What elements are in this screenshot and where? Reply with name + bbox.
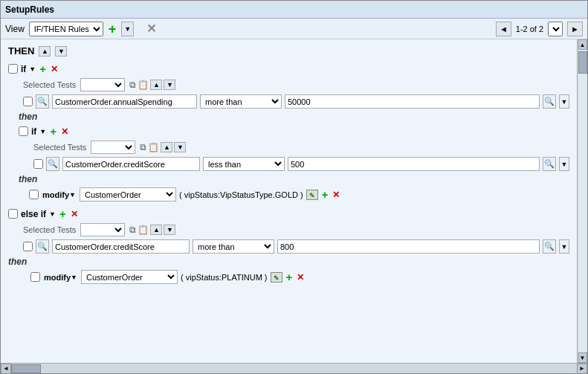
app-title: SetupRules bbox=[5, 4, 54, 15]
nested-edit-icon[interactable]: ✎ bbox=[306, 190, 318, 200]
else-if-modify-object-select[interactable]: CustomerOrder bbox=[81, 270, 178, 284]
if-add-icon-1: + bbox=[39, 63, 46, 74]
value-input-1[interactable] bbox=[285, 94, 540, 109]
if-dropdown-arrow-1: ▼ bbox=[29, 65, 36, 73]
nested-selected-tests-row: Selected Tests ⧉ 📋 ▲ ▼ bbox=[33, 141, 569, 154]
delete-icon: ✕ bbox=[146, 22, 156, 36]
nested-if-delete-icon: ✕ bbox=[61, 127, 68, 136]
else-if-operator-select[interactable]: more thanless thanequal to bbox=[193, 239, 274, 254]
else-if-delete-btn[interactable]: ✕ bbox=[70, 209, 79, 219]
toolbar: View IF/THEN Rules + ▼ ✕ ◄ 1-2 of 2 ▼ ► bbox=[1, 19, 587, 39]
nested-selected-tests-select[interactable] bbox=[91, 141, 135, 154]
delete-button[interactable]: ✕ bbox=[146, 21, 157, 36]
nested-if-add-icon: + bbox=[50, 126, 56, 137]
else-if-cond-checkbox[interactable] bbox=[23, 242, 33, 251]
paste-icon-1[interactable]: 📋 bbox=[138, 80, 149, 89]
nested-if-dropdown-arrow: ▼ bbox=[39, 128, 46, 135]
else-if-modify-row: modify ▼ CustomerOrder ( vipStatus:PLATI… bbox=[30, 270, 569, 284]
nested-modify-delete-btn[interactable]: ✕ bbox=[332, 190, 340, 200]
else-if-value-dropdown-btn[interactable]: ▼ bbox=[559, 239, 569, 254]
up-btn-1[interactable]: ▲ bbox=[150, 80, 162, 90]
scroll-down-arrow[interactable]: ▼ bbox=[578, 352, 587, 363]
operator-select-1[interactable]: more thanless thanequal to bbox=[200, 94, 282, 109]
nested-field-input[interactable] bbox=[62, 157, 200, 171]
view-select[interactable]: IF/THEN Rules bbox=[29, 22, 103, 36]
else-if-modify-label-btn[interactable]: modify ▼ bbox=[43, 272, 78, 283]
else-if-field-input[interactable] bbox=[52, 239, 190, 254]
selected-tests-label-1: Selected Tests bbox=[23, 80, 76, 89]
nested-field-search-btn[interactable]: 🔍 bbox=[46, 157, 59, 171]
scroll-left-arrow[interactable]: ◄ bbox=[1, 364, 11, 374]
else-if-down-btn[interactable]: ▼ bbox=[164, 225, 175, 235]
field-input-1[interactable] bbox=[52, 94, 197, 109]
else-if-edit-icon[interactable]: ✎ bbox=[271, 272, 282, 283]
nav-count: 1-2 of 2 bbox=[516, 25, 543, 33]
nested-copy-icon[interactable]: ⧉ bbox=[140, 143, 146, 152]
else-if-copy-icon[interactable]: ⧉ bbox=[129, 225, 136, 234]
dropdown-add-button[interactable]: ▼ bbox=[121, 22, 134, 36]
if-add-btn-1[interactable]: + bbox=[39, 62, 47, 75]
else-if-value-search-btn[interactable]: 🔍 bbox=[543, 239, 556, 254]
else-if-modify-delete-icon: ✕ bbox=[297, 273, 304, 282]
add-button[interactable]: + bbox=[108, 22, 117, 36]
else-if-field-search-btn[interactable]: 🔍 bbox=[36, 239, 49, 254]
vertical-scrollbar[interactable]: ▲ ▼ bbox=[577, 39, 587, 363]
else-if-condition-row: 🔍 more thanless thanequal to 🔍 ▼ bbox=[23, 239, 569, 254]
nav-select[interactable]: ▼ bbox=[548, 22, 563, 36]
horizontal-scrollbar[interactable]: ◄ ► bbox=[1, 363, 587, 373]
nested-condition-row: 🔍 less thanmore thanequal to 🔍 ▼ bbox=[33, 157, 569, 171]
nested-cond-checkbox[interactable] bbox=[33, 159, 43, 169]
scroll-track-h bbox=[11, 364, 577, 374]
scroll-right-arrow[interactable]: ► bbox=[577, 364, 587, 374]
next-button[interactable]: ► bbox=[567, 22, 583, 36]
nested-operator-select[interactable]: less thanmore thanequal to bbox=[203, 157, 285, 171]
scroll-up-arrow[interactable]: ▲ bbox=[578, 39, 587, 50]
nested-modify-checkbox[interactable] bbox=[29, 190, 39, 199]
nested-value-search-btn[interactable]: 🔍 bbox=[543, 157, 556, 171]
if-delete-btn-1[interactable]: ✕ bbox=[50, 64, 59, 74]
scroll-thumb[interactable] bbox=[578, 51, 587, 74]
then-up-btn[interactable]: ▲ bbox=[39, 46, 51, 57]
else-if-modify-add-btn[interactable]: + bbox=[285, 271, 294, 283]
value-dropdown-btn-1[interactable]: ▼ bbox=[559, 94, 569, 109]
nested-modify-label: modify bbox=[42, 190, 69, 199]
else-if-value-input[interactable] bbox=[277, 239, 540, 254]
field-search-btn-1[interactable]: 🔍 bbox=[36, 94, 49, 109]
else-if-add-btn[interactable]: + bbox=[59, 207, 67, 220]
cond-checkbox-1[interactable] bbox=[23, 97, 33, 106]
nested-if-add-btn[interactable]: + bbox=[49, 125, 57, 138]
nested-value-dropdown-btn[interactable]: ▼ bbox=[559, 157, 569, 171]
if-header-1: if ▼ + ✕ bbox=[8, 62, 569, 75]
then-down-btn[interactable]: ▼ bbox=[55, 46, 67, 57]
nested-modify-label-btn[interactable]: modify ▼ bbox=[42, 190, 77, 200]
else-if-up-btn[interactable]: ▲ bbox=[150, 225, 162, 235]
nested-if-header: if ▼ + ✕ bbox=[19, 125, 569, 138]
selected-tests-select-1[interactable] bbox=[80, 78, 125, 91]
else-if-selected-tests-select[interactable] bbox=[80, 223, 125, 236]
else-if-modify-delete-btn[interactable]: ✕ bbox=[296, 272, 305, 283]
nested-modify-row: modify ▼ CustomerOrder ( vipStatus:VipSt… bbox=[29, 187, 569, 201]
nested-paste-icon[interactable]: 📋 bbox=[148, 143, 159, 152]
nested-if-delete-btn[interactable]: ✕ bbox=[60, 126, 69, 137]
else-if-modify-checkbox[interactable] bbox=[30, 272, 40, 282]
nested-value-input[interactable] bbox=[288, 157, 540, 171]
scroll-thumb-h[interactable] bbox=[11, 364, 41, 373]
if-checkbox-1[interactable] bbox=[8, 64, 18, 74]
nested-up-btn[interactable]: ▲ bbox=[161, 142, 172, 152]
nested-modify-arrow: ▼ bbox=[69, 191, 76, 199]
else-if-then-label: then bbox=[8, 257, 569, 267]
nested-modify-delete-icon: ✕ bbox=[332, 190, 340, 199]
else-if-dropdown-arrow: ▼ bbox=[49, 210, 56, 218]
else-if-checkbox[interactable] bbox=[8, 209, 18, 219]
copy-icon-1[interactable]: ⧉ bbox=[129, 80, 136, 89]
prev-button[interactable]: ◄ bbox=[496, 22, 511, 36]
else-if-paste-icon[interactable]: 📋 bbox=[138, 225, 149, 234]
view-label: View bbox=[5, 24, 25, 34]
value-search-btn-1[interactable]: 🔍 bbox=[543, 94, 556, 109]
nested-if-checkbox[interactable] bbox=[19, 126, 28, 136]
down-btn-1[interactable]: ▼ bbox=[164, 80, 175, 90]
nested-modify-add-btn[interactable]: + bbox=[321, 188, 329, 201]
nested-down-btn[interactable]: ▼ bbox=[174, 142, 186, 152]
else-if-selected-tests-row: Selected Tests ⧉ 📋 ▲ ▼ bbox=[23, 223, 569, 236]
nested-modify-object-select[interactable]: CustomerOrder bbox=[80, 187, 176, 201]
